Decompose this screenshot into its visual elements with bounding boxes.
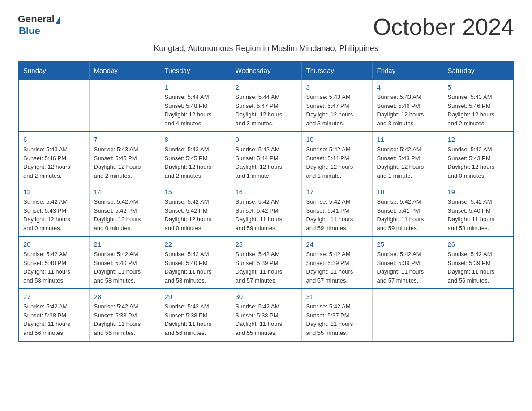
- day-number: 7: [94, 136, 155, 143]
- day-number: 23: [236, 240, 297, 248]
- calendar-cell: 25Sunrise: 5:42 AM Sunset: 5:39 PM Dayli…: [372, 236, 443, 289]
- calendar-cell: 6Sunrise: 5:43 AM Sunset: 5:46 PM Daylig…: [18, 132, 89, 184]
- day-number: 26: [448, 240, 509, 248]
- calendar-cell: 10Sunrise: 5:42 AM Sunset: 5:44 PM Dayli…: [301, 132, 372, 184]
- calendar-cell: 14Sunrise: 5:42 AM Sunset: 5:42 PM Dayli…: [89, 184, 160, 236]
- weekday-header-tuesday: Tuesday: [160, 62, 231, 79]
- calendar-cell: 2Sunrise: 5:44 AM Sunset: 5:47 PM Daylig…: [231, 79, 301, 132]
- day-info: Sunrise: 5:42 AM Sunset: 5:38 PM Dayligh…: [165, 302, 226, 337]
- calendar-cell: 30Sunrise: 5:42 AM Sunset: 5:38 PM Dayli…: [231, 289, 301, 341]
- location-subtitle: Kungtad, Autonomous Region in Muslim Min…: [18, 44, 514, 53]
- calendar-header-row: SundayMondayTuesdayWednesdayThursdayFrid…: [18, 62, 514, 79]
- day-info: Sunrise: 5:42 AM Sunset: 5:40 PM Dayligh…: [165, 250, 226, 285]
- calendar-cell: 15Sunrise: 5:42 AM Sunset: 5:42 PM Dayli…: [160, 184, 231, 236]
- day-number: 18: [377, 188, 438, 196]
- calendar-cell: 4Sunrise: 5:43 AM Sunset: 5:46 PM Daylig…: [372, 79, 443, 132]
- day-number: 24: [306, 240, 368, 248]
- day-number: 12: [448, 136, 509, 143]
- day-info: Sunrise: 5:42 AM Sunset: 5:42 PM Dayligh…: [94, 197, 155, 232]
- day-number: 4: [377, 83, 438, 91]
- day-info: Sunrise: 5:42 AM Sunset: 5:40 PM Dayligh…: [94, 250, 155, 285]
- day-number: 31: [306, 293, 368, 300]
- day-number: 17: [306, 188, 368, 196]
- calendar-cell: 23Sunrise: 5:42 AM Sunset: 5:39 PM Dayli…: [231, 236, 301, 289]
- calendar-cell: 1Sunrise: 5:44 AM Sunset: 5:48 PM Daylig…: [160, 79, 231, 132]
- calendar-cell: 3Sunrise: 5:43 AM Sunset: 5:47 PM Daylig…: [301, 79, 372, 132]
- day-info: Sunrise: 5:42 AM Sunset: 5:42 PM Dayligh…: [236, 197, 297, 232]
- day-number: 29: [165, 293, 226, 300]
- calendar-cell: 28Sunrise: 5:42 AM Sunset: 5:38 PM Dayli…: [89, 289, 160, 341]
- day-info: Sunrise: 5:43 AM Sunset: 5:46 PM Dayligh…: [23, 145, 85, 180]
- day-number: 28: [94, 293, 155, 300]
- day-info: Sunrise: 5:42 AM Sunset: 5:40 PM Dayligh…: [23, 250, 85, 285]
- day-number: 6: [23, 136, 85, 143]
- logo-general: General: [18, 13, 55, 25]
- calendar-cell: 8Sunrise: 5:43 AM Sunset: 5:45 PM Daylig…: [160, 132, 231, 184]
- day-info: Sunrise: 5:42 AM Sunset: 5:39 PM Dayligh…: [377, 250, 438, 285]
- day-number: 27: [23, 293, 85, 300]
- weekday-header-wednesday: Wednesday: [231, 62, 301, 79]
- day-number: 1: [165, 83, 226, 91]
- day-info: Sunrise: 5:42 AM Sunset: 5:37 PM Dayligh…: [306, 302, 368, 337]
- page-title: October 2024: [373, 13, 514, 40]
- day-number: 3: [306, 83, 368, 91]
- calendar-cell: 26Sunrise: 5:42 AM Sunset: 5:39 PM Dayli…: [443, 236, 514, 289]
- calendar-week-3: 13Sunrise: 5:42 AM Sunset: 5:43 PM Dayli…: [18, 184, 514, 236]
- weekday-header-sunday: Sunday: [18, 62, 89, 79]
- day-number: 13: [23, 188, 85, 196]
- logo-blue: Blue: [19, 25, 40, 37]
- day-info: Sunrise: 5:42 AM Sunset: 5:39 PM Dayligh…: [448, 250, 509, 285]
- day-number: 5: [448, 83, 509, 91]
- day-number: 30: [236, 293, 297, 300]
- page-header: General Blue October 2024: [18, 13, 514, 40]
- calendar-cell: 31Sunrise: 5:42 AM Sunset: 5:37 PM Dayli…: [301, 289, 372, 341]
- calendar-cell: [372, 289, 443, 341]
- day-info: Sunrise: 5:44 AM Sunset: 5:47 PM Dayligh…: [236, 93, 297, 128]
- weekday-header-friday: Friday: [372, 62, 443, 79]
- weekday-header-thursday: Thursday: [301, 62, 372, 79]
- day-info: Sunrise: 5:42 AM Sunset: 5:43 PM Dayligh…: [448, 145, 509, 180]
- calendar-cell: [89, 79, 160, 132]
- calendar-cell: 17Sunrise: 5:42 AM Sunset: 5:41 PM Dayli…: [301, 184, 372, 236]
- day-info: Sunrise: 5:43 AM Sunset: 5:46 PM Dayligh…: [377, 93, 438, 128]
- day-info: Sunrise: 5:42 AM Sunset: 5:38 PM Dayligh…: [236, 302, 297, 337]
- day-info: Sunrise: 5:43 AM Sunset: 5:45 PM Dayligh…: [94, 145, 155, 180]
- day-info: Sunrise: 5:42 AM Sunset: 5:44 PM Dayligh…: [236, 145, 297, 180]
- weekday-header-saturday: Saturday: [443, 62, 514, 79]
- calendar-cell: 19Sunrise: 5:42 AM Sunset: 5:40 PM Dayli…: [443, 184, 514, 236]
- day-number: 11: [377, 136, 438, 143]
- calendar-week-4: 20Sunrise: 5:42 AM Sunset: 5:40 PM Dayli…: [18, 236, 514, 289]
- day-info: Sunrise: 5:42 AM Sunset: 5:39 PM Dayligh…: [306, 250, 368, 285]
- calendar-cell: 5Sunrise: 5:43 AM Sunset: 5:46 PM Daylig…: [443, 79, 514, 132]
- weekday-header-monday: Monday: [89, 62, 160, 79]
- day-number: 2: [236, 83, 297, 91]
- day-number: 8: [165, 136, 226, 143]
- calendar-cell: 7Sunrise: 5:43 AM Sunset: 5:45 PM Daylig…: [89, 132, 160, 184]
- calendar-cell: 12Sunrise: 5:42 AM Sunset: 5:43 PM Dayli…: [443, 132, 514, 184]
- calendar-cell: 24Sunrise: 5:42 AM Sunset: 5:39 PM Dayli…: [301, 236, 372, 289]
- calendar-week-2: 6Sunrise: 5:43 AM Sunset: 5:46 PM Daylig…: [18, 132, 514, 184]
- calendar-cell: 18Sunrise: 5:42 AM Sunset: 5:41 PM Dayli…: [372, 184, 443, 236]
- calendar-cell: 27Sunrise: 5:42 AM Sunset: 5:38 PM Dayli…: [18, 289, 89, 341]
- day-info: Sunrise: 5:42 AM Sunset: 5:38 PM Dayligh…: [23, 302, 85, 337]
- day-info: Sunrise: 5:44 AM Sunset: 5:48 PM Dayligh…: [165, 93, 226, 128]
- calendar-cell: 16Sunrise: 5:42 AM Sunset: 5:42 PM Dayli…: [231, 184, 301, 236]
- logo-triangle-icon: [56, 16, 60, 24]
- calendar-table: SundayMondayTuesdayWednesdayThursdayFrid…: [18, 61, 514, 342]
- day-number: 15: [165, 188, 226, 196]
- day-info: Sunrise: 5:43 AM Sunset: 5:46 PM Dayligh…: [448, 93, 509, 128]
- day-number: 19: [448, 188, 509, 196]
- calendar-cell: 21Sunrise: 5:42 AM Sunset: 5:40 PM Dayli…: [89, 236, 160, 289]
- day-info: Sunrise: 5:42 AM Sunset: 5:41 PM Dayligh…: [377, 197, 438, 232]
- day-info: Sunrise: 5:42 AM Sunset: 5:43 PM Dayligh…: [377, 145, 438, 180]
- day-info: Sunrise: 5:42 AM Sunset: 5:42 PM Dayligh…: [165, 197, 226, 232]
- logo: General Blue: [18, 13, 60, 37]
- day-info: Sunrise: 5:42 AM Sunset: 5:39 PM Dayligh…: [236, 250, 297, 285]
- calendar-cell: 20Sunrise: 5:42 AM Sunset: 5:40 PM Dayli…: [18, 236, 89, 289]
- calendar-cell: [443, 289, 514, 341]
- day-number: 9: [236, 136, 297, 143]
- day-info: Sunrise: 5:43 AM Sunset: 5:45 PM Dayligh…: [165, 145, 226, 180]
- calendar-week-5: 27Sunrise: 5:42 AM Sunset: 5:38 PM Dayli…: [18, 289, 514, 341]
- day-info: Sunrise: 5:42 AM Sunset: 5:43 PM Dayligh…: [23, 197, 85, 232]
- day-info: Sunrise: 5:42 AM Sunset: 5:44 PM Dayligh…: [306, 145, 368, 180]
